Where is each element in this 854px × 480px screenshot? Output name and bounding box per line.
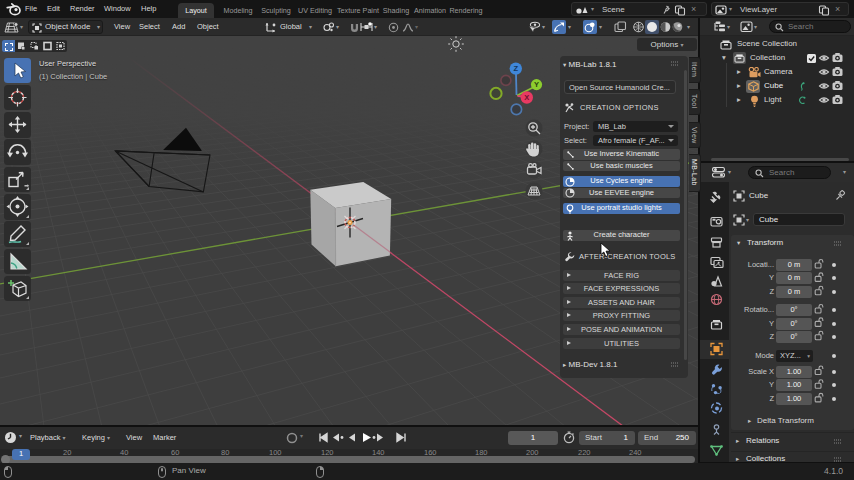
svg-text:X: X [524,93,529,102]
svg-text:Z: Z [514,64,519,73]
svg-text:Y: Y [534,80,539,89]
